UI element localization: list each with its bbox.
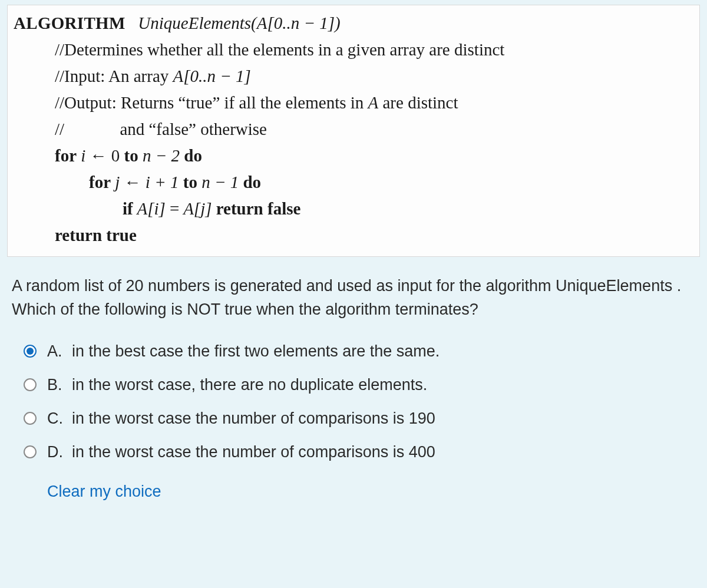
radio-button[interactable]	[24, 445, 37, 458]
algorithm-signature: UniqueElements(A[0..n − 1])	[138, 14, 340, 32]
comment-input: //Input: An array A[0..n − 1]	[55, 63, 693, 90]
option-text: in the worst case, there are no duplicat…	[72, 376, 427, 394]
radio-button[interactable]	[24, 378, 37, 391]
option-row-d[interactable]: D.in the worst case the number of compar…	[24, 443, 707, 461]
option-row-b[interactable]: B.in the worst case, there are no duplic…	[24, 376, 707, 394]
option-row-a[interactable]: A.in the best case the first two element…	[24, 342, 707, 361]
clear-choice-link[interactable]: Clear my choice	[47, 483, 161, 501]
option-letter: D.	[47, 443, 64, 461]
question-text: A random list of 20 numbers is generated…	[12, 275, 695, 321]
option-letter: C.	[47, 409, 64, 428]
option-letter: B.	[47, 376, 64, 394]
comment-output-cont: // and “false” otherwise	[55, 116, 693, 143]
radio-button[interactable]	[24, 345, 37, 358]
option-text: in the worst case the number of comparis…	[72, 443, 435, 461]
option-text: in the worst case the number of comparis…	[72, 409, 435, 428]
for-outer: for i ← 0 to n − 2 do	[55, 143, 693, 169]
if-line: if A[i] = A[j] return false	[123, 196, 693, 222]
options-group: A.in the best case the first two element…	[24, 342, 707, 461]
for-inner: for j ← i + 1 to n − 1 do	[89, 169, 693, 196]
comment-description: //Determines whether all the elements in…	[55, 37, 693, 63]
option-row-c[interactable]: C.in the worst case the number of compar…	[24, 409, 707, 428]
comment-output: //Output: Returns “true” if all the elem…	[55, 90, 693, 116]
option-text: in the best case the first two elements …	[72, 342, 440, 361]
algorithm-keyword: ALGORITHM	[14, 14, 125, 32]
radio-button[interactable]	[24, 412, 37, 425]
algorithm-header: ALGORITHM UniqueElements(A[0..n − 1])	[14, 10, 693, 37]
algorithm-pseudocode: ALGORITHM UniqueElements(A[0..n − 1]) //…	[7, 5, 700, 257]
return-true: return true	[55, 222, 693, 249]
option-letter: A.	[47, 342, 64, 361]
